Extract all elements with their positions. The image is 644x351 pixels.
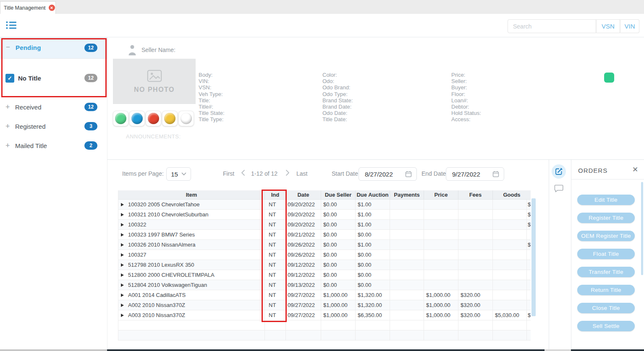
table-column-header[interactable]: Fees — [458, 190, 493, 199]
row-expander-icon[interactable] — [121, 263, 124, 267]
row-expander-icon[interactable] — [121, 243, 124, 247]
goods-cell — [493, 270, 527, 280]
table-row[interactable]: A001 2014 CadillacATS NT 09/27/2022 $1,0… — [118, 290, 531, 300]
table-row[interactable]: 512798 2010 LexusRX 350 NT 09/12/2022 $0… — [118, 260, 531, 270]
horizontal-scrollbar-thumb[interactable] — [107, 349, 545, 351]
collapse-minus-icon[interactable]: − — [6, 43, 10, 52]
end-date-input[interactable]: 9/27/2022 — [446, 167, 504, 181]
expand-plus-icon[interactable]: + — [5, 122, 15, 131]
order-action-button[interactable]: Register Title — [577, 213, 635, 223]
row-expander-icon[interactable] — [121, 233, 124, 237]
order-action-button[interactable]: Transfer Title — [577, 267, 635, 277]
table-column-header[interactable]: Item — [118, 190, 265, 199]
sidebar-item-no-title[interactable]: ✓ No Title 12 — [0, 59, 107, 97]
row-expander-icon[interactable] — [121, 294, 124, 297]
table-row[interactable]: 100321 2010 ChevroletSuburban NT 09/20/2… — [118, 210, 531, 220]
due-auction-cell: $6,350.00 — [356, 310, 390, 320]
table-row[interactable]: 100320 2005 ChevroletTahoe NT 09/20/2022… — [118, 200, 531, 210]
order-action-button[interactable]: Float Title — [577, 249, 635, 259]
sidebar-item[interactable]: + Registered 3 — [0, 117, 107, 136]
sidebar-item[interactable]: + Mailed Title 2 — [0, 136, 107, 155]
table-row[interactable]: A003 2010 Nissan370Z NT 09/27/2022 $1,00… — [118, 310, 531, 320]
status-color-button[interactable] — [113, 111, 128, 126]
clipped-cell — [527, 270, 531, 280]
row-expander-icon[interactable] — [121, 283, 124, 287]
sidebar-divider — [107, 37, 107, 349]
table-row[interactable]: 512804 2010 VolkswagenTiguan NT 09/13/20… — [118, 280, 531, 290]
pagination-first[interactable]: First — [223, 170, 234, 177]
table-row[interactable]: A002 2010 Nissan370Z NT 09/27/2022 $1,00… — [118, 300, 531, 310]
due-auction-cell: $1,320.00 — [356, 300, 390, 310]
orders-close-icon[interactable]: ✕ — [632, 165, 638, 174]
order-action-button[interactable]: Close Title — [577, 303, 635, 313]
status-color-button[interactable] — [178, 111, 194, 126]
order-action-button[interactable]: OEM Register Title — [577, 231, 635, 241]
field-label: VSN: — [199, 84, 225, 91]
table-column-header[interactable]: Date — [286, 190, 321, 199]
comment-bubble-icon[interactable] — [554, 185, 563, 194]
row-expander-icon[interactable] — [121, 203, 124, 206]
edit-pencil-icon[interactable] — [552, 164, 566, 179]
ind-cell: NT — [265, 240, 286, 250]
table-row[interactable]: 512800 2000 CHEVROLETIMPALA NT 09/12/202… — [118, 270, 531, 280]
table-column-header[interactable]: Goods — [493, 190, 531, 199]
vin-button[interactable]: VIN — [620, 19, 639, 33]
start-date-value: 8/27/2022 — [365, 171, 405, 178]
table-column-header[interactable]: Ind — [265, 190, 286, 199]
order-action-button[interactable]: Edit Title — [577, 195, 635, 205]
row-expander-icon[interactable] — [121, 253, 124, 257]
search-input[interactable] — [508, 19, 596, 33]
row-expander-icon[interactable] — [121, 273, 124, 277]
table-column-header[interactable]: Due Auction — [356, 190, 390, 199]
row-expander-icon[interactable] — [121, 213, 124, 216]
tab-close-icon[interactable]: ✕ — [49, 5, 55, 11]
vsn-button[interactable]: VSN — [596, 19, 620, 33]
table-empty-rows — [118, 320, 531, 341]
table-column-header[interactable]: Due Seller — [321, 190, 356, 199]
chevron-right-icon[interactable] — [285, 169, 290, 178]
status-color-button[interactable] — [146, 111, 161, 126]
expand-plus-icon[interactable]: + — [5, 141, 15, 150]
date-cell: 09/12/2022 — [286, 260, 321, 270]
table-column-header[interactable]: Payments — [390, 190, 424, 199]
tab-bar: Title Management ✕ — [0, 0, 644, 14]
field-label: Buyer: — [451, 84, 481, 91]
expand-plus-icon[interactable]: + — [5, 103, 15, 112]
field-label: Title State: — [199, 110, 225, 116]
pagination-last[interactable]: Last — [296, 170, 307, 177]
item-cell: 512804 2010 VolkswagenTiguan — [118, 280, 265, 290]
due-seller-cell: $0.00 — [321, 200, 356, 209]
start-date-input[interactable]: 8/27/2022 — [359, 167, 417, 181]
payments-cell — [390, 210, 424, 219]
row-expander-icon[interactable] — [121, 304, 124, 307]
table-row[interactable]: 100327 NT 09/26/2022 $0.00 $0.00 — [118, 250, 531, 260]
items-per-page-value: 15 — [171, 171, 178, 178]
end-date-label: End Date — [421, 170, 446, 177]
sidebar-count-badge: 12 — [84, 103, 97, 111]
table-column-header[interactable]: Price — [424, 190, 458, 199]
status-indicator-square — [604, 73, 614, 83]
table-scrollbar[interactable] — [531, 198, 536, 316]
sidebar-item[interactable]: + Received 12 — [0, 97, 107, 117]
status-color-button[interactable] — [162, 111, 178, 126]
calendar-icon — [492, 171, 499, 177]
tab-title-management[interactable]: Title Management ✕ — [0, 1, 56, 14]
no-title-checkbox[interactable]: ✓ — [5, 74, 14, 83]
table-header-row: ItemIndDateDue SellerDue AuctionPayments… — [118, 190, 531, 200]
table-row[interactable]: 100323 1997 BMW7 Series NT 09/21/2022 $0… — [118, 230, 531, 240]
table-row[interactable]: 100322 NT 09/20/2022 $0.00 $1.00 $ — [118, 220, 531, 230]
items-per-page-select[interactable]: 15 — [166, 167, 191, 181]
row-expander-icon[interactable] — [121, 223, 124, 226]
row-expander-icon[interactable] — [121, 314, 124, 317]
chevron-left-icon[interactable] — [241, 169, 246, 178]
orders-horizontal-scrollbar-thumb[interactable] — [571, 349, 644, 351]
list-menu-icon[interactable] — [6, 21, 18, 31]
field-label: VIN: — [199, 78, 225, 84]
order-action-button[interactable]: Sell Settle — [577, 321, 635, 331]
status-color-button[interactable] — [129, 111, 145, 126]
clipped-cell — [527, 280, 531, 290]
order-action-button[interactable]: Return Title — [577, 285, 635, 295]
sidebar-item-pending[interactable]: − Pending 12 — [0, 37, 107, 59]
table-row[interactable]: 100326 2010 NissanAlmera NT 09/26/2022 $… — [118, 240, 531, 250]
orders-scrollbar[interactable] — [641, 182, 643, 275]
